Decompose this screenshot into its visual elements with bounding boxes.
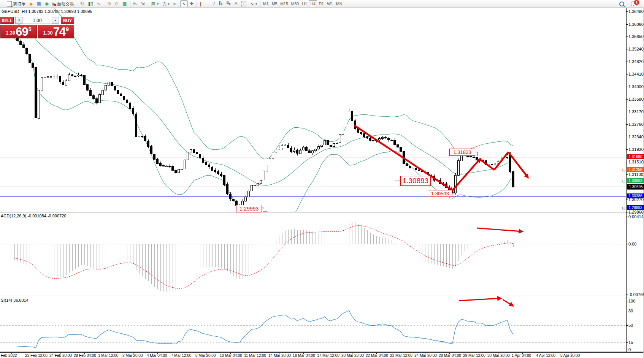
volume-decrease-button[interactable]: ▼ xyxy=(16,17,23,24)
zoom-out-button[interactable]: ⊖ xyxy=(113,0,121,7)
price-chip-1.30386: 1.30386 xyxy=(627,193,644,198)
sell-button[interactable]: SELL xyxy=(0,17,14,24)
vline-tool-button[interactable]: | xyxy=(198,0,203,7)
sell-price-display[interactable]: 1.30 69 5 xyxy=(0,25,37,38)
price-chip-1.29993: 1.29993 xyxy=(627,205,644,210)
hline-handle xyxy=(623,169,625,171)
new-order-label: 新订单 xyxy=(13,1,25,7)
line-chart-icon: ∿ xyxy=(97,2,101,6)
timeframe-button-H4[interactable]: H4 xyxy=(309,0,317,7)
cascade-charts-button[interactable]: ⇲ xyxy=(139,0,147,7)
bollinger-middle xyxy=(14,22,513,185)
time-tick: 28 Feb 04:00 xyxy=(74,353,96,358)
time-tick: 14 Mar 20:00 xyxy=(268,353,291,358)
annotation-low-1.30503[interactable]: 1.30503 xyxy=(428,190,452,197)
channel-icon: ∥E xyxy=(219,0,223,7)
timeframe-button-MN[interactable]: MN xyxy=(335,0,344,7)
chat-icon: 1 xyxy=(631,2,637,6)
tile-windows-button[interactable]: ▩ xyxy=(121,0,128,7)
timeframe-button-M15[interactable]: M15 xyxy=(279,0,289,7)
new-order-button[interactable]: 新订单 xyxy=(5,0,27,7)
arrows-dropdown[interactable]: ↘▾ xyxy=(248,0,259,7)
new-chart-icon: ▤ xyxy=(151,2,155,6)
volume-spinner: ▼ ▲ xyxy=(15,17,59,24)
volume-increase-button[interactable]: ▲ xyxy=(52,17,59,24)
trendline-icon: / xyxy=(213,2,214,6)
rsi-panel xyxy=(0,310,626,348)
buy-price-prefix: 1.30 xyxy=(43,30,52,36)
annotation-high-1.31823[interactable]: 1.31823 xyxy=(449,149,475,156)
buy-button[interactable]: BUY ▾ xyxy=(61,17,74,24)
price-tick-1.34820: 1.34820 xyxy=(628,59,644,64)
hline-tool-button[interactable]: — xyxy=(203,0,211,7)
metaeditor-button[interactable]: ◆ xyxy=(27,0,35,7)
channel-tool-button[interactable]: ∥E xyxy=(217,0,225,7)
hline-handle xyxy=(623,207,625,209)
price-chip-1.30893: 1.30893 xyxy=(627,178,644,183)
annotation-support-1.30893[interactable]: 1.30893 xyxy=(400,176,431,186)
time-tick: 28 Mar 04:00 xyxy=(439,353,461,358)
time-tick: 29 Mar 12:00 xyxy=(463,353,485,358)
sell-price-prefix: 1.30 xyxy=(6,30,15,36)
time-tick: 8 Mar 20:00 xyxy=(195,353,216,358)
panel-collapse-icon[interactable]: ▾ xyxy=(73,16,75,19)
rsi-axis-0: 0 xyxy=(628,347,631,352)
arrange-icon: ⇱ xyxy=(133,2,137,6)
chart-bars-button[interactable]: ⫯⫰ xyxy=(78,0,86,7)
timeframe-button-M1[interactable]: M1 xyxy=(262,0,270,7)
price-tick-1.33170: 1.33170 xyxy=(628,109,644,114)
autotrade-button[interactable]: ▶ 自动交易 xyxy=(51,0,76,7)
chart-line-button[interactable]: ∿ xyxy=(95,0,103,7)
indicators-button[interactable]: ≈ xyxy=(171,0,178,7)
chat-button[interactable]: 1 xyxy=(629,0,639,7)
timeframe-button-D1[interactable]: D1 xyxy=(317,0,325,7)
price-tick-1.29860: 1.29860 xyxy=(628,210,644,214)
time-tick: 1 Apr 04:00 xyxy=(512,353,531,358)
time-tick: 30 Mar 20:00 xyxy=(487,353,510,358)
terminal-button[interactable]: ▦ xyxy=(35,0,43,7)
text-tool-button[interactable]: A xyxy=(233,0,240,7)
trendline-tool-button[interactable]: / xyxy=(211,0,216,7)
buy-price-display[interactable]: 1.30 74 9 xyxy=(38,25,75,38)
timeframe-button-M30[interactable]: M30 xyxy=(290,0,300,7)
timeframe-button-W1[interactable]: W1 xyxy=(325,0,335,7)
timeframe-button-H1[interactable]: H1 xyxy=(300,0,309,7)
price-tick-1.35650: 1.35650 xyxy=(628,34,644,39)
price-tick-1.32340: 1.32340 xyxy=(628,135,644,139)
bollinger-upper xyxy=(14,0,513,159)
timeframe-button-M5[interactable]: M5 xyxy=(270,0,279,7)
zoom-in-button[interactable]: ⊕ xyxy=(105,0,113,7)
hline-handle xyxy=(623,180,625,182)
volume-input[interactable] xyxy=(23,17,52,24)
new-chart-dropdown[interactable]: ▤▾ xyxy=(149,0,160,7)
arrange-charts-button[interactable]: ⇱ xyxy=(132,0,139,7)
time-tick: 4 Apr 12:00 xyxy=(536,353,555,358)
search-icon xyxy=(619,2,624,6)
annotation-bottom-1.29993[interactable]: 1.29993 xyxy=(236,205,262,212)
arrows-icon: ↘ xyxy=(250,2,254,6)
price-tick-1.35240: 1.35240 xyxy=(628,47,644,51)
toolbar-grip[interactable] xyxy=(1,1,3,6)
fibonacci-tool-button[interactable]: ≡F xyxy=(224,0,232,7)
crosshair-button[interactable]: ✛ xyxy=(188,0,195,7)
text-tool-icon: A xyxy=(235,2,238,6)
price-tick-1.34000: 1.34000 xyxy=(628,84,644,89)
macd-axis-0.004144: 0.004144 xyxy=(628,214,644,219)
profiles-dropdown[interactable]: ◷▾ xyxy=(160,0,171,7)
label-tool-button[interactable]: T xyxy=(240,0,248,7)
indicators-icon: ≈ xyxy=(173,2,176,6)
metaeditor-icon: ◆ xyxy=(29,2,33,6)
time-tick: 20 Mar 23:00 xyxy=(341,353,364,358)
time-tick: 11 Mar 12:00 xyxy=(244,353,266,358)
search-button[interactable] xyxy=(617,0,626,7)
price-tick-1.36060: 1.36060 xyxy=(628,22,644,27)
cursor-button[interactable]: ↖ xyxy=(180,0,188,7)
fibonacci-icon: ≡F xyxy=(226,0,230,7)
signals-button[interactable]: ◉ xyxy=(43,0,51,7)
price-chart-canvas[interactable] xyxy=(0,0,644,358)
price-tick-1.31100: 1.31100 xyxy=(628,172,643,177)
chart-candles-button[interactable]: ▮▯ xyxy=(86,0,95,7)
time-tick: 4 Mar 04:00 xyxy=(147,353,167,358)
buy-price-pip: 9 xyxy=(66,26,69,32)
time-tick: 23 Mar 12:00 xyxy=(390,353,412,358)
